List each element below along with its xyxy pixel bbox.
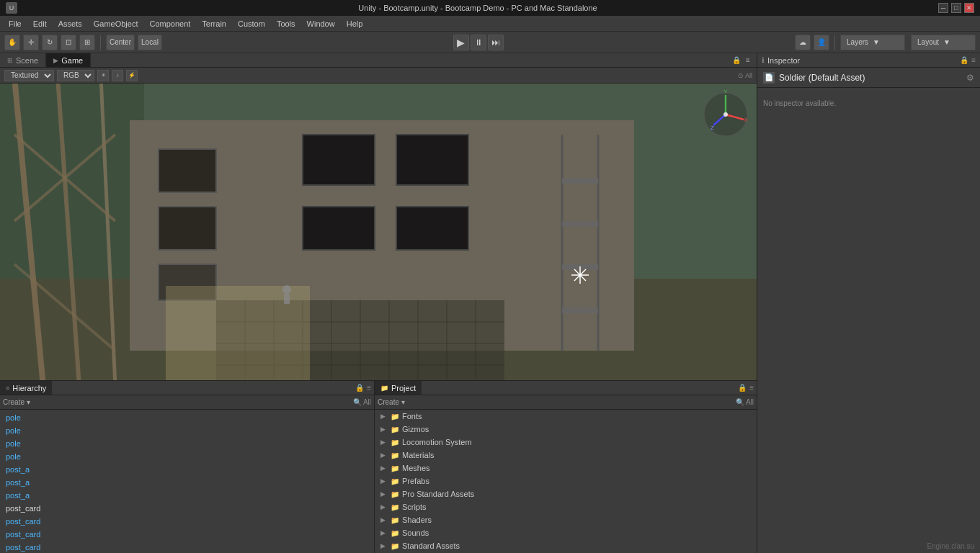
hierarchy-list-item[interactable]: post_card <box>0 528 374 541</box>
inspector-empty-message: No inspector available. <box>763 99 974 107</box>
scene-viewport[interactable]: Y X Z <box>0 84 757 380</box>
layout-dropdown[interactable]: Layout ▼ <box>911 35 976 50</box>
project-menu-icon[interactable]: ≡ <box>749 384 754 392</box>
project-folder-item[interactable]: ▶📁Standard Assets <box>375 539 757 552</box>
project-folder-item[interactable]: ▶📁Fonts <box>375 410 757 423</box>
hierarchy-item-label: pole <box>6 439 21 448</box>
folder-icon: 📁 <box>391 490 399 498</box>
scene-lock-button[interactable]: 🔒 <box>731 55 742 66</box>
toolbar: ✋ ✛ ↻ ⊡ ⊞ Center Local ▶ ⏸ ⏭ ☁ 👤 Layers … <box>0 32 980 53</box>
maximize-button[interactable]: □ <box>951 3 961 13</box>
hierarchy-list-item[interactable]: pole <box>0 437 374 450</box>
rect-tool-button[interactable]: ⊞ <box>79 35 95 50</box>
hierarchy-menu-icon[interactable]: ≡ <box>367 384 371 392</box>
scene-gizmo: Y X Z <box>700 89 751 140</box>
menu-help[interactable]: Help <box>341 18 369 30</box>
hierarchy-content: polepolepolepolepost_apost_apost_apost_c… <box>0 410 374 553</box>
play-button[interactable]: ▶ <box>453 35 469 50</box>
hierarchy-list-item[interactable]: post_a <box>0 463 374 476</box>
project-folder-item[interactable]: ▶📁Scripts <box>375 500 757 513</box>
hierarchy-search-area: 🔍 All <box>353 398 371 406</box>
inspector-lock-icon[interactable]: 🔒 <box>960 56 968 64</box>
menu-tools[interactable]: Tools <box>271 18 301 30</box>
hierarchy-list-item[interactable]: post_card <box>0 541 374 553</box>
hierarchy-list-item[interactable]: post_a <box>0 476 374 489</box>
hierarchy-lock-icon[interactable]: 🔒 <box>355 384 364 392</box>
project-lock-icon[interactable]: 🔒 <box>738 384 747 392</box>
tab-inspector[interactable]: ℹ Inspector <box>762 56 800 65</box>
hierarchy-list-item[interactable]: pole <box>0 450 374 463</box>
account-button[interactable]: 👤 <box>814 35 829 50</box>
search-icon: 🔍 <box>353 398 362 406</box>
rotate-tool-button[interactable]: ↻ <box>42 35 58 50</box>
audio-gizmo-button[interactable]: ♪ <box>112 70 123 81</box>
project-folder-item[interactable]: ▶📁Prefabs <box>375 475 757 487</box>
bottom-panels: ≡ Hierarchy 🔒 ≡ Create ▾ 🔍 All <box>0 380 757 553</box>
window-title: Unity - Bootcamp.unity - Bootcamp Demo -… <box>17 4 938 12</box>
local-global-button[interactable]: Local <box>138 35 162 50</box>
folder-icon: 📁 <box>391 439 399 446</box>
hierarchy-list-item[interactable]: post_card <box>0 502 374 515</box>
project-folder-item[interactable]: ▶📁Gizmos <box>375 423 757 436</box>
folder-name-label: Gizmos <box>402 425 429 433</box>
project-folder-item[interactable]: ▶📁Meshes <box>375 462 757 475</box>
hierarchy-item-label: pole <box>6 452 21 461</box>
layers-dropdown[interactable]: Layers ▼ <box>840 35 905 50</box>
menu-gameobject[interactable]: GameObject <box>88 18 144 30</box>
hierarchy-list-item[interactable]: pole <box>0 424 374 437</box>
project-folder-item[interactable]: ▶📁Shaders <box>375 513 757 526</box>
menu-edit[interactable]: Edit <box>27 18 53 30</box>
hierarchy-all-label: All <box>363 398 371 406</box>
svg-rect-5 <box>159 207 216 250</box>
project-folder-item[interactable]: ▶📁Materials <box>375 449 757 462</box>
sun-gizmo-button[interactable]: ☀ <box>97 70 109 81</box>
shading-mode-select[interactable]: Textured <box>4 70 54 81</box>
menu-assets[interactable]: Assets <box>53 18 88 30</box>
project-folder-item[interactable]: ▶📁Locomotion System <box>375 436 757 449</box>
folder-icon: 📁 <box>391 516 399 524</box>
menu-custom[interactable]: Custom <box>232 18 271 30</box>
scale-tool-button[interactable]: ⊡ <box>61 35 76 50</box>
tab-scene[interactable]: ⊞ Scene <box>0 53 46 67</box>
svg-rect-13 <box>562 178 598 184</box>
hierarchy-list-item[interactable]: pole <box>0 411 374 424</box>
hierarchy-list-item[interactable]: post_card <box>0 515 374 528</box>
inspector-menu-icon[interactable]: ≡ <box>971 56 976 64</box>
minimize-button[interactable]: ─ <box>938 3 948 13</box>
project-panel: 📁 Project 🔒 ≡ Create ▾ 🔍 All <box>375 381 757 553</box>
project-create-button[interactable]: Create ▾ <box>378 398 405 406</box>
tab-hierarchy[interactable]: ≡ Hierarchy <box>0 381 52 395</box>
step-button[interactable]: ⏭ <box>488 35 504 50</box>
pause-button[interactable]: ⏸ <box>471 35 486 50</box>
tab-project[interactable]: 📁 Project <box>375 381 422 395</box>
color-space-select[interactable]: RGB <box>57 70 94 81</box>
hierarchy-create-button[interactable]: Create ▾ <box>3 398 30 406</box>
svg-rect-38 <box>284 294 290 304</box>
hierarchy-item-label: pole <box>6 413 21 422</box>
folder-name-label: Locomotion System <box>402 438 472 446</box>
svg-rect-4 <box>159 149 216 192</box>
project-folder-item[interactable]: ▶📁Sounds <box>375 526 757 539</box>
scene-more-button[interactable]: ≡ <box>742 55 754 66</box>
menu-file[interactable]: File <box>3 18 27 30</box>
inspector-settings-icon[interactable]: ⚙ <box>966 73 974 83</box>
folder-name-label: Shaders <box>402 516 432 524</box>
menu-window[interactable]: Window <box>301 18 341 30</box>
close-button[interactable]: ✕ <box>964 3 974 13</box>
menu-component[interactable]: Component <box>143 18 196 30</box>
cloud-button[interactable]: ☁ <box>795 35 811 50</box>
folder-icon: 📁 <box>391 477 399 485</box>
hand-tool-button[interactable]: ✋ <box>4 35 20 50</box>
tab-game[interactable]: ▶ Game <box>46 53 91 67</box>
svg-rect-9 <box>303 207 375 250</box>
fx-gizmo-button[interactable]: ⚡ <box>126 70 138 81</box>
center-pivot-button[interactable]: Center <box>106 35 135 50</box>
move-tool-button[interactable]: ✛ <box>23 35 39 50</box>
svg-text:X: X <box>744 117 748 123</box>
hierarchy-item-label: post_card <box>6 504 40 513</box>
project-folder-item[interactable]: ▶📁Pro Standard Assets <box>375 487 757 500</box>
svg-rect-16 <box>562 307 598 313</box>
project-search-area: 🔍 All <box>736 398 754 406</box>
hierarchy-list-item[interactable]: post_a <box>0 489 374 502</box>
menu-terrain[interactable]: Terrain <box>196 18 232 30</box>
